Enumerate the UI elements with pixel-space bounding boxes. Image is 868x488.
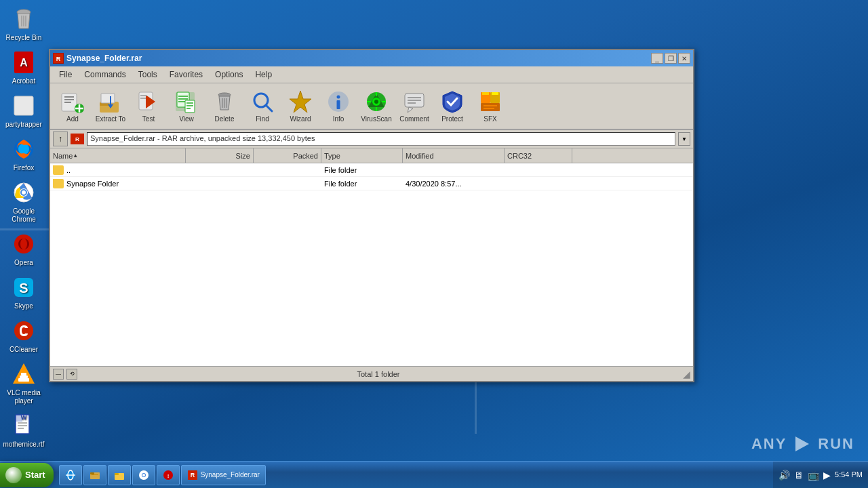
menu-commands[interactable]: Commands	[78, 68, 132, 81]
toolbar: Add Extract To	[50, 83, 693, 130]
desktop-icon-ccleaner[interactable]: CCleaner	[1, 314, 47, 357]
anyrun-text2: RUN	[818, 435, 854, 453]
taskbar-chrome[interactable]	[132, 465, 155, 485]
address-text[interactable]: Synapse_Folder.rar - RAR archive, unpack…	[87, 132, 675, 146]
taskbar-winrar[interactable]: R Synapse_Folder.rar	[181, 465, 266, 485]
window-controls: _ ❒ ✕	[651, 53, 690, 64]
taskbar: Start	[0, 461, 868, 488]
menu-favorites[interactable]: Favorites	[163, 68, 209, 81]
start-orb	[5, 467, 22, 483]
folder-icon	[53, 179, 64, 188]
comment-button[interactable]: Comment	[396, 86, 433, 126]
desktop-icon-skype[interactable]: S Skype	[1, 271, 47, 313]
desktop-icons-panel: Recycle Bin A Acrobat partytrapper	[0, 0, 47, 454]
menu-help[interactable]: Help	[249, 68, 278, 81]
status-btn1[interactable]: —	[53, 369, 64, 380]
svg-point-16	[20, 239, 27, 249]
menu-file[interactable]: File	[53, 68, 78, 81]
col-header-name[interactable]: Name	[50, 148, 186, 163]
svg-rect-98	[115, 473, 119, 475]
add-button[interactable]: Add	[54, 86, 91, 126]
google-chrome-label: Google Chrome	[2, 207, 45, 224]
svg-rect-95	[90, 472, 94, 474]
table-row[interactable]: .. File folder	[50, 163, 693, 177]
file-list-header: Name Size Packed Type Modified CRC32	[50, 148, 693, 163]
desktop-icon-acrobat[interactable]: A Acrobat	[1, 46, 47, 88]
virusscan-button[interactable]: VirusScan	[358, 86, 395, 126]
up-button[interactable]: ↑	[53, 131, 68, 146]
desktop-icon-firefox[interactable]: Firefox	[1, 133, 47, 175]
desktop-icon-mothernicertf[interactable]: W mothernice.rtf	[1, 409, 47, 451]
minimize-button[interactable]: _	[651, 53, 663, 64]
menu-tools[interactable]: Tools	[132, 68, 163, 81]
desktop-icon-opera[interactable]: Opera	[1, 228, 47, 270]
svg-rect-34	[64, 96, 74, 98]
status-btn2[interactable]: ⟲	[66, 369, 77, 380]
svg-rect-48	[140, 98, 146, 99]
system-clock[interactable]: 5:54 PM	[835, 470, 863, 479]
network-icon[interactable]: 🖥	[794, 470, 804, 481]
view-label: View	[179, 115, 194, 123]
svg-rect-35	[64, 99, 74, 100]
protect-icon	[440, 89, 465, 114]
col-header-packed[interactable]: Packed	[254, 148, 321, 163]
info-button[interactable]: Info	[320, 86, 357, 126]
address-dropdown[interactable]: ▼	[678, 132, 690, 146]
start-button[interactable]: Start	[0, 463, 54, 487]
col-header-size[interactable]: Size	[186, 148, 254, 163]
info-icon	[326, 89, 351, 114]
test-button[interactable]: Test	[130, 86, 167, 126]
delete-label: Delete	[215, 115, 235, 123]
close-button[interactable]: ✕	[678, 53, 690, 64]
extract-to-icon	[98, 89, 123, 114]
comment-icon	[402, 89, 427, 114]
wizard-button[interactable]: Wizard	[282, 86, 319, 126]
file-list-container: Name Size Packed Type Modified CRC32	[50, 148, 693, 366]
firefox-icon	[10, 136, 37, 163]
svg-text:W: W	[21, 414, 27, 421]
desktop-icon-vlc[interactable]: VLC media player	[1, 358, 47, 408]
desktop-icon-partytrapper[interactable]: partytrapper	[1, 89, 47, 131]
svg-point-9	[18, 144, 29, 155]
sfx-button[interactable]: SFX	[472, 86, 509, 126]
extract-to-button[interactable]: Extract To	[92, 86, 129, 126]
col-header-crc32[interactable]: CRC32	[505, 148, 572, 163]
opera-icon	[10, 230, 37, 258]
resize-handle[interactable]: ◢	[679, 369, 690, 380]
delete-icon	[212, 89, 237, 114]
find-button[interactable]: Find	[244, 86, 281, 126]
taskbar-explorer[interactable]	[83, 465, 106, 485]
ccleaner-icon	[10, 317, 37, 344]
winrar-taskbar-icon: R	[187, 470, 198, 481]
svg-text:R: R	[190, 472, 195, 479]
svg-text:R: R	[75, 136, 79, 142]
delete-button[interactable]: Delete	[206, 86, 243, 126]
svg-point-19	[14, 321, 33, 340]
protect-label: Protect	[441, 115, 463, 123]
ie-icon	[65, 470, 76, 481]
taskbar-tray: 🔊 🖥 📺 ▶ 5:54 PM	[773, 462, 868, 488]
volume-icon[interactable]: 🔊	[778, 470, 790, 481]
svg-text:A: A	[20, 57, 28, 68]
restore-button[interactable]: ❒	[665, 53, 677, 64]
svg-text:S: S	[19, 281, 28, 296]
svg-marker-65	[290, 91, 311, 113]
desktop-icon-recycle-bin[interactable]: Recycle Bin	[1, 3, 47, 45]
svg-point-67	[337, 96, 340, 99]
taskbar-ie[interactable]	[59, 465, 82, 485]
folder-taskbar-icon	[114, 470, 125, 481]
arrow-icon[interactable]: ▶	[823, 470, 831, 481]
protect-button[interactable]: Protect	[434, 86, 471, 126]
menu-options[interactable]: Options	[209, 68, 249, 81]
view-button[interactable]: View	[168, 86, 205, 126]
svg-rect-23	[21, 373, 26, 375]
start-label: Start	[25, 470, 45, 480]
desktop-icon-google-chrome[interactable]: Google Chrome	[1, 176, 47, 226]
display-icon[interactable]: 📺	[808, 470, 819, 481]
taskbar-eset[interactable]: !	[157, 465, 180, 485]
taskbar-folder[interactable]	[108, 465, 131, 485]
table-row[interactable]: Synapse Folder File folder 4/30/2020 8:5…	[50, 177, 693, 190]
anyrun-logo: ANY RUN	[751, 434, 854, 454]
col-header-modified[interactable]: Modified	[403, 148, 505, 163]
col-header-type[interactable]: Type	[321, 148, 403, 163]
